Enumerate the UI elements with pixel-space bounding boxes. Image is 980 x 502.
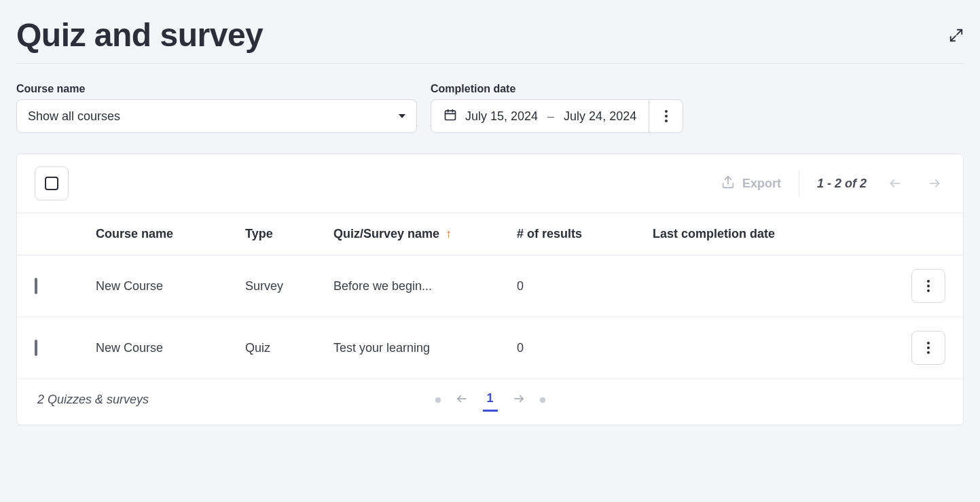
row-actions-button[interactable] xyxy=(911,269,945,303)
date-range-picker[interactable]: July 15, 2024 – July 24, 2024 xyxy=(431,99,649,133)
course-select[interactable]: Show all courses xyxy=(16,99,417,133)
prev-page-button[interactable] xyxy=(884,174,906,193)
cell-type: Survey xyxy=(245,279,333,293)
cell-name: Before we begin... xyxy=(333,279,517,293)
cell-results: 0 xyxy=(517,341,653,355)
pager-prev[interactable] xyxy=(454,393,469,408)
course-filter-label: Course name xyxy=(16,83,417,95)
more-vertical-icon xyxy=(665,110,668,122)
svg-rect-0 xyxy=(446,111,456,120)
select-all-wrapper xyxy=(35,166,69,200)
col-quiz-name-label: Quiz/Survey name xyxy=(333,227,439,240)
col-quiz-name[interactable]: Quiz/Survey name ↑ xyxy=(333,227,517,241)
more-vertical-icon xyxy=(927,280,930,292)
calendar-icon xyxy=(443,108,457,125)
col-course-name[interactable]: Course name xyxy=(96,227,245,241)
pager-dot-last[interactable] xyxy=(540,397,545,403)
row-checkbox[interactable] xyxy=(35,340,37,356)
cell-name: Test your learning xyxy=(333,341,517,355)
export-label: Export xyxy=(742,177,781,191)
col-last-completion[interactable]: Last completion date xyxy=(653,227,891,241)
pager: 1 xyxy=(435,389,545,412)
cell-course: New Course xyxy=(96,341,245,355)
cell-results: 0 xyxy=(517,279,653,293)
completion-date-label: Completion date xyxy=(431,83,683,95)
pager-dot-first[interactable] xyxy=(435,397,440,403)
col-type[interactable]: Type xyxy=(245,227,333,241)
pager-current[interactable]: 1 xyxy=(482,389,497,412)
export-button[interactable]: Export xyxy=(721,175,781,193)
divider xyxy=(799,171,799,196)
select-all-checkbox[interactable] xyxy=(45,177,58,190)
date-separator: – xyxy=(546,109,556,124)
sort-asc-icon: ↑ xyxy=(446,227,452,240)
row-checkbox[interactable] xyxy=(35,278,37,294)
table-header: Course name Type Quiz/Survey name ↑ # of… xyxy=(17,213,963,255)
row-actions-button[interactable] xyxy=(911,331,945,365)
expand-icon[interactable] xyxy=(949,28,964,43)
chevron-down-icon xyxy=(399,114,405,118)
next-page-button[interactable] xyxy=(924,174,945,193)
cell-course: New Course xyxy=(96,279,245,293)
page-title: Quiz and survey xyxy=(16,16,263,54)
table-row: New Course Survey Before we begin... 0 xyxy=(17,255,963,317)
cell-type: Quiz xyxy=(245,341,333,355)
export-icon xyxy=(721,175,736,193)
col-results[interactable]: # of results xyxy=(517,227,653,241)
date-more-button[interactable] xyxy=(649,99,683,133)
more-vertical-icon xyxy=(927,342,930,354)
table-row: New Course Quiz Test your learning 0 xyxy=(17,317,963,379)
pagination-range: 1 - 2 of 2 xyxy=(817,177,867,191)
course-select-value: Show all courses xyxy=(28,109,120,124)
total-count: 2 Quizzes & surveys xyxy=(37,393,149,407)
date-start: July 15, 2024 xyxy=(465,109,538,124)
pager-next[interactable] xyxy=(511,393,526,408)
date-end: July 24, 2024 xyxy=(564,109,636,124)
